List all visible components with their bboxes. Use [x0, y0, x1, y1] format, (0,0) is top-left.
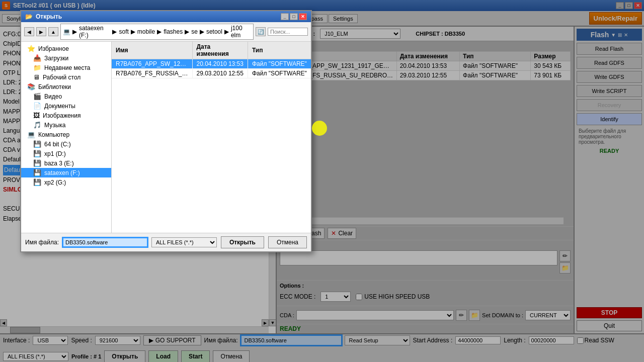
- dialog-title: Открыть: [36, 13, 62, 20]
- favorites-label: Избранное: [38, 45, 69, 52]
- dialog-file-type-1: Файл "SOFTWARE": [248, 59, 311, 69]
- tree-recent[interactable]: 📁 Недавние места: [21, 63, 111, 72]
- dialog-close[interactable]: ✕: [299, 13, 307, 20]
- downloads-label: Загрузки: [44, 55, 68, 62]
- dialog-open-button[interactable]: Открыть: [221, 236, 264, 248]
- dialog-filename-input[interactable]: [63, 238, 147, 247]
- drive-e-label: baza 3 (E:): [44, 160, 74, 167]
- drive-g-icon: 💾: [33, 178, 41, 186]
- dialog-cancel-button[interactable]: Отмена: [268, 236, 307, 248]
- tree-drive-c[interactable]: 💾 64 bit (C:): [21, 139, 111, 149]
- libraries-icon: 📚: [27, 83, 35, 90]
- music-icon: 🎵: [33, 121, 41, 129]
- dialog-search-input[interactable]: [268, 28, 308, 36]
- dialog-toolbar: ◀ ▶ ▲ 💻 ▶ sataexen (F:) ▶ soft ▶ mobile …: [21, 22, 311, 42]
- drive-d-icon: 💾: [33, 150, 41, 157]
- tree-libraries[interactable]: 📚 Библиотеки: [21, 82, 111, 92]
- dialog-file-date-2: 29.03.2010 12:55: [192, 69, 248, 78]
- libraries-label: Библиотеки: [38, 83, 71, 90]
- dialog-refresh-btn[interactable]: 🔄: [256, 27, 266, 36]
- dialog-file-row-2[interactable]: R7BA076_FS_RUSSIA_SU_REDBROWNBLU... 29.0…: [112, 69, 311, 78]
- dialog-path-bar: 💻 ▶ sataexen (F:) ▶ soft ▶ mobile ▶ flas…: [60, 24, 254, 40]
- dialog-icon: 📂: [25, 13, 33, 20]
- computer-tree-icon: 💻: [27, 131, 35, 138]
- file-tree: ⭐ Избранное 📥 Загрузки 📁 Недавние места …: [21, 42, 112, 233]
- tree-drive-g[interactable]: 💾 xp2 (G:): [21, 177, 111, 187]
- dialog-file-name-2: R7BA076_FS_RUSSIA_SU_REDBROWNBLU...: [112, 69, 192, 78]
- drive-f-icon: 💾: [33, 169, 41, 176]
- computer-icon: 💻: [63, 28, 70, 35]
- dialog-bottom: Имя файла: ALL FILES (*.*) SOFTWARE file…: [21, 233, 311, 251]
- music-label: Музыка: [44, 122, 65, 129]
- tree-video[interactable]: 🎬 Видео: [21, 92, 111, 101]
- video-label: Видео: [44, 93, 62, 100]
- file-list-table: Имя Дата изменения Тип Размер R7BA076_AP…: [112, 42, 311, 78]
- tree-favorites[interactable]: ⭐ Избранное: [21, 44, 111, 53]
- recent-icon: 📁: [33, 64, 41, 71]
- favorites-icon: ⭐: [27, 45, 35, 52]
- dialog-up-btn[interactable]: ▲: [48, 27, 58, 36]
- dialog-title-bar: 📂 Открыть _ □ ✕: [21, 11, 311, 22]
- documents-icon: 📄: [33, 102, 41, 110]
- dialog-filename-label: Имя файла:: [25, 239, 59, 246]
- drive-e-icon: 💾: [33, 159, 41, 167]
- documents-label: Документы: [44, 103, 75, 110]
- images-icon: 🖼: [33, 112, 40, 119]
- drive-c-label: 64 bit (C:): [44, 141, 71, 148]
- dialog-file-type-2: Файл "SOFTWARE": [248, 69, 311, 78]
- tree-computer[interactable]: 💻 Компьютер: [21, 130, 111, 139]
- file-list-area: Имя Дата изменения Тип Размер R7BA076_AP…: [112, 42, 311, 233]
- computer-label: Компьютер: [38, 131, 69, 138]
- dialog-forward-btn[interactable]: ▶: [36, 27, 46, 36]
- dialog-maximize[interactable]: □: [290, 13, 298, 20]
- drive-c-icon: 💾: [33, 140, 41, 148]
- video-icon: 🎬: [33, 93, 41, 100]
- desktop-icon: 🖥: [33, 73, 40, 81]
- drive-g-label: xp2 (G:): [44, 179, 66, 186]
- tree-drive-d[interactable]: 💾 xp1 (D:): [21, 149, 111, 158]
- file-col-type[interactable]: Тип: [248, 42, 311, 59]
- dialog-filetype-select[interactable]: ALL FILES (*.*) SOFTWARE files (*.softwa…: [151, 237, 217, 247]
- tree-drive-e[interactable]: 💾 baza 3 (E:): [21, 158, 111, 168]
- file-col-name[interactable]: Имя: [112, 42, 192, 59]
- tree-downloads[interactable]: 📥 Загрузки: [21, 53, 111, 63]
- drive-d-label: xp1 (D:): [44, 150, 66, 157]
- tree-drive-f[interactable]: 💾 sataexen (F:): [21, 168, 111, 177]
- dialog-file-row-1[interactable]: R7BA076_APP_SW_1231_1917_GENERIC_S...APP…: [112, 59, 311, 69]
- drive-f-label: sataexen (F:): [44, 169, 80, 176]
- file-col-date[interactable]: Дата изменения: [192, 42, 248, 59]
- downloads-icon: 📥: [33, 54, 41, 62]
- tree-music[interactable]: 🎵 Музыка: [21, 120, 111, 130]
- recent-label: Недавние места: [44, 64, 90, 71]
- dialog-file-date-1: 20.04.2010 13:53: [192, 59, 248, 69]
- dialog-file-name-1: R7BA076_APP_SW_1231_1917_GENERIC_S...APP…: [112, 59, 192, 69]
- desktop-label: Рабочий стол: [43, 74, 80, 81]
- dialog-minimize[interactable]: _: [281, 13, 289, 20]
- tree-images[interactable]: 🖼 Изображения: [21, 111, 111, 120]
- tree-documents[interactable]: 📄 Документы: [21, 101, 111, 111]
- tree-desktop[interactable]: 🖥 Рабочий стол: [21, 72, 111, 82]
- file-open-dialog: 📂 Открыть _ □ ✕ ◀ ▶ ▲ 💻 ▶ sataexen (F:) …: [20, 10, 312, 252]
- dialog-back-btn[interactable]: ◀: [24, 27, 34, 36]
- images-label: Изображения: [43, 112, 80, 119]
- dialog-body: ⭐ Избранное 📥 Загрузки 📁 Недавние места …: [21, 42, 311, 233]
